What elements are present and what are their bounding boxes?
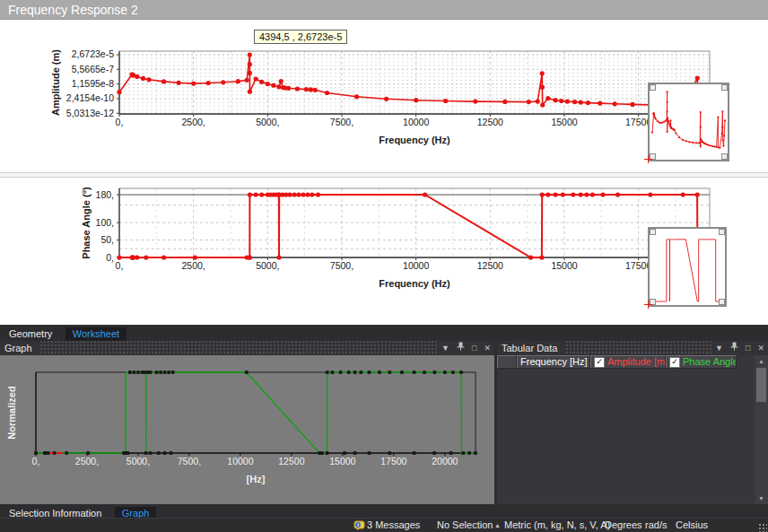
data-point [292,192,297,196]
tab-worksheet[interactable]: Worksheet [65,327,127,341]
amplitude-column-header[interactable]: ✓ Amplitude [m] [590,355,666,369]
data-point [127,451,130,455]
data-point [590,192,595,196]
data-point [117,90,121,94]
scroll-up-icon[interactable]: ▲ [755,355,768,367]
tab-geometry[interactable]: Geometry [2,327,59,341]
phase-zoom-preview[interactable] [648,227,727,307]
data-point [700,126,702,128]
data-point [147,77,152,82]
data-tooltip: 4394,5 , 2,6723e-5 [254,30,347,44]
tabular-panel-title: Tabular Data [497,341,564,355]
data-point [681,192,685,196]
data-point [668,123,670,125]
phase-column-header[interactable]: ✓ Phase Angle [°] [666,355,737,369]
angular-velocity-units-status[interactable]: rad/s [645,519,667,532]
data-point [669,119,671,121]
frequency-header-label: Frequency [Hz] [520,356,588,368]
data-point [433,371,437,374]
y-axis-title: Phase Angle (°) [81,187,92,259]
maximize-icon[interactable]: □ [742,341,754,355]
resize-handle[interactable] [721,84,728,91]
resize-handle[interactable] [721,153,728,160]
temperature-units-status[interactable]: Celsius [676,519,708,532]
data-point [248,192,252,196]
data-point [711,145,713,147]
frequency-column-header[interactable]: Frequency [Hz] [517,355,590,369]
resize-handle[interactable] [650,84,656,91]
tick-label: 7500, [330,117,353,127]
units-status[interactable]: Metric (m, kg, N, s, V, A) [504,519,610,532]
data-point [353,371,357,374]
chevron-down-icon[interactable]: ▼ [711,341,727,355]
data-point [388,371,391,374]
data-point [378,371,381,374]
tick-label: 5,5665e-7 [72,64,114,74]
angle-units-status[interactable]: Degrees [605,519,642,532]
data-point [545,96,550,100]
data-point [571,192,575,196]
data-point [413,451,416,455]
tick-label: 0, [116,117,124,127]
data-point [667,101,668,103]
amplitude-preview-curve [650,84,728,160]
data-point [276,255,281,259]
data-point [695,142,697,144]
pin-icon[interactable] [727,341,742,355]
data-point [347,371,351,374]
data-point [163,371,167,374]
resize-grip[interactable] [758,523,767,532]
scrollbar-thumb[interactable] [756,368,766,402]
data-point [554,98,558,102]
data-point [462,451,466,455]
close-icon[interactable]: ✕ [480,341,494,355]
amplitude-checkbox[interactable]: ✓ [594,357,605,368]
tick-label: 5000, [256,260,279,271]
phase-checkbox[interactable]: ✓ [669,357,680,368]
data-point [221,80,225,84]
data-point [695,192,700,196]
resize-handle[interactable] [719,229,725,235]
data-point [313,88,318,92]
tick-label: 2500, [182,117,205,127]
tick-label: 50, [100,234,114,245]
data-point [579,100,583,105]
messages-status[interactable]: 3 Messages [367,519,420,532]
data-point [674,129,676,131]
x-axis-title: Frequency (Hz) [379,135,450,145]
data-point [259,80,264,84]
tick-label: 1,1595e-8 [72,78,114,89]
maximize-icon[interactable]: □ [468,341,480,355]
view-tabbar: Geometry Worksheet [0,325,768,339]
pin-icon[interactable] [453,341,468,355]
data-point [161,255,166,259]
data-point [653,115,655,117]
table-scrollbar[interactable]: ▲ ▼ [755,355,768,504]
selection-status[interactable]: No Selection [437,519,493,532]
tick-label: 10000 [403,117,429,127]
tick-label: 12500 [477,117,503,127]
data-point [301,192,305,196]
data-point [304,87,309,92]
data-point [717,146,719,148]
close-icon[interactable]: ✕ [754,341,768,355]
resize-handle[interactable] [650,229,656,235]
data-point [714,145,716,147]
y-axis-title: Amplitude (m) [50,49,61,116]
data-point [236,79,240,83]
data-point [157,451,161,455]
data-point [144,451,148,455]
amplitude-zoom-preview[interactable] [648,83,729,161]
resize-handle[interactable] [719,299,725,305]
data-point [539,255,544,259]
scroll-down-icon[interactable]: ▼ [755,493,768,504]
chevron-down-icon[interactable]: ▼ [438,341,453,355]
data-point [149,371,153,374]
cursor-cross-icon [644,301,652,309]
data-point [65,451,68,455]
data-point [502,100,507,104]
data-point [721,110,723,112]
data-point [354,94,359,99]
data-point [266,82,270,86]
data-point [259,192,264,196]
